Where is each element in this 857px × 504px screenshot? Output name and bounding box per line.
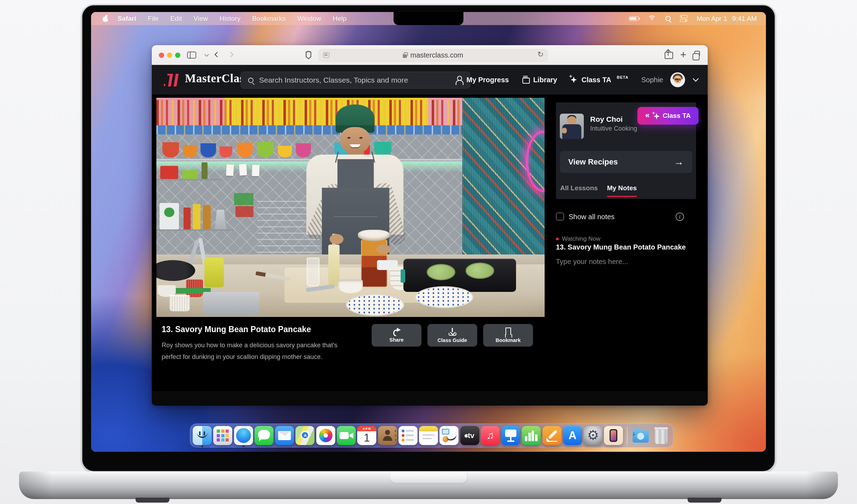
page-footer: [152, 391, 708, 405]
arrow-right-icon: →: [674, 156, 684, 168]
sidebar-chevron-icon[interactable]: [204, 52, 209, 57]
zoom-window-button[interactable]: [175, 53, 180, 58]
tab-overview-icon[interactable]: [694, 51, 700, 56]
tab-my-notes[interactable]: My Notes: [607, 184, 637, 192]
dock-contacts-icon[interactable]: [378, 426, 397, 445]
menu-time[interactable]: 9:41 AM: [732, 15, 757, 23]
privacy-shield-icon[interactable]: [305, 51, 312, 59]
collapse-icon: «: [645, 111, 649, 120]
lid-scoop: [389, 472, 468, 484]
dock-launchpad-icon[interactable]: [213, 426, 232, 445]
menu-history[interactable]: History: [220, 15, 240, 23]
page-settings-icon[interactable]: [323, 52, 329, 58]
share-button[interactable]: Share: [372, 324, 421, 347]
sidebar-toggle-icon[interactable]: [187, 52, 196, 59]
instructor-name: Roy Choi: [590, 115, 623, 124]
lesson-actions: Share Class Guide Bookmark: [372, 324, 533, 347]
dock-reminders-icon[interactable]: [398, 426, 418, 445]
class-ta-button[interactable]: « Class TA: [637, 107, 699, 125]
dock-iphone-icon[interactable]: [604, 426, 623, 445]
address-bar[interactable]: masterclass.com ↻: [318, 49, 548, 61]
dock-messages-icon[interactable]: [254, 426, 274, 445]
person-icon: [456, 76, 463, 84]
dock-numbers-icon[interactable]: [522, 426, 541, 445]
wifi-icon[interactable]: [648, 16, 656, 22]
nav-account[interactable]: Sophie: [641, 76, 663, 84]
bookmark-icon: [505, 328, 511, 335]
menu-edit[interactable]: Edit: [170, 15, 182, 23]
dock-notes-icon[interactable]: [419, 426, 438, 445]
dock-safari-icon[interactable]: [234, 426, 253, 445]
share-page-icon[interactable]: [665, 50, 672, 59]
instructor-thumbnail[interactable]: [560, 114, 584, 139]
info-icon[interactable]: i: [676, 212, 684, 221]
dock-appstore-icon[interactable]: A: [563, 426, 582, 445]
library-icon: [522, 76, 529, 84]
header-nav: My Progress Library Class TA BETA So: [456, 65, 698, 95]
laptop-foot: [688, 498, 721, 503]
screenshot-canvas: SafariFileEditViewHistoryBookmarksWindow…: [0, 0, 857, 504]
account-chevron-icon[interactable]: [693, 76, 699, 82]
search-icon: [248, 78, 253, 83]
view-recipes-button[interactable]: View Recipes →: [560, 151, 692, 173]
menu-safari[interactable]: Safari: [118, 15, 136, 23]
dock-music-icon[interactable]: ♫: [481, 426, 500, 445]
battery-icon[interactable]: [629, 16, 639, 21]
lesson-tabs: All Lessons My Notes: [560, 184, 637, 192]
forward-button[interactable]: [228, 52, 234, 58]
dock-photos-icon[interactable]: [316, 426, 335, 445]
show-all-notes-checkbox[interactable]: [556, 212, 564, 221]
class-guide-button[interactable]: Class Guide: [427, 324, 477, 347]
video-player[interactable]: [156, 98, 545, 317]
dock-trash-icon[interactable]: [652, 426, 671, 445]
menu-date[interactable]: Mon Apr 1: [697, 15, 727, 23]
dock-finder-icon[interactable]: [193, 426, 212, 445]
user-avatar[interactable]: [670, 72, 685, 87]
url-text[interactable]: masterclass.com: [410, 51, 463, 59]
menu-window[interactable]: Window: [297, 15, 321, 23]
camera-notch: [394, 12, 463, 25]
menu-file[interactable]: File: [148, 15, 159, 23]
apple-menu-icon[interactable]: [102, 15, 108, 22]
close-window-button[interactable]: [159, 53, 164, 58]
lock-icon: [403, 54, 407, 58]
dock-facetime-icon[interactable]: [337, 426, 356, 445]
user-name: Sophie: [641, 76, 663, 84]
bookmark-button[interactable]: Bookmark: [483, 324, 533, 347]
masterclass-wordmark[interactable]: MasterClass: [185, 72, 249, 85]
dock-freeform-icon[interactable]: [439, 426, 459, 445]
back-button[interactable]: [215, 52, 220, 58]
watching-now-dot: [556, 238, 559, 240]
dock-keynote-icon[interactable]: [501, 426, 520, 445]
dock-maps-icon[interactable]: [295, 426, 314, 445]
tab-all-lessons[interactable]: All Lessons: [560, 184, 598, 192]
dock-pages-icon[interactable]: [543, 426, 562, 445]
reload-icon[interactable]: ↻: [537, 50, 544, 59]
dock-appletv-icon[interactable]: tv: [460, 426, 479, 445]
menu-view[interactable]: View: [193, 15, 208, 23]
control-center-icon[interactable]: [680, 15, 688, 22]
dock-mail-icon[interactable]: [275, 426, 294, 445]
laptop-foot: [136, 498, 169, 503]
minimize-window-button[interactable]: [167, 53, 172, 58]
sparkle-icon: [653, 113, 659, 119]
lesson-title: 13. Savory Mung Bean Potato Pancake: [162, 325, 311, 334]
laptop-base: [19, 472, 838, 499]
course-panel: Roy Choi Intuitive Cooking « Class TA Vi…: [556, 102, 696, 199]
menu-bookmarks[interactable]: Bookmarks: [252, 15, 286, 23]
nav-my-progress[interactable]: My Progress: [456, 76, 509, 84]
sparkle-icon: [570, 76, 577, 84]
search-placeholder: Search Instructors, Classes, Topics and …: [259, 76, 408, 84]
masterclass-logo-icon[interactable]: [164, 73, 181, 86]
dock-calendar-icon[interactable]: APR1: [357, 426, 376, 445]
menu-help[interactable]: Help: [333, 15, 347, 23]
nav-class-ta[interactable]: Class TA BETA: [570, 76, 628, 84]
dock-settings-icon[interactable]: ⚙: [583, 426, 603, 445]
nav-library[interactable]: Library: [522, 76, 557, 84]
new-tab-icon[interactable]: +: [680, 49, 687, 61]
notes-input[interactable]: Type your notes here...: [556, 258, 628, 266]
spotlight-search-icon[interactable]: [665, 16, 671, 21]
dock-downloads-icon[interactable]: ↓: [631, 426, 650, 445]
search-input[interactable]: Search Instructors, Classes, Topics and …: [241, 72, 470, 89]
download-icon: [449, 328, 456, 335]
